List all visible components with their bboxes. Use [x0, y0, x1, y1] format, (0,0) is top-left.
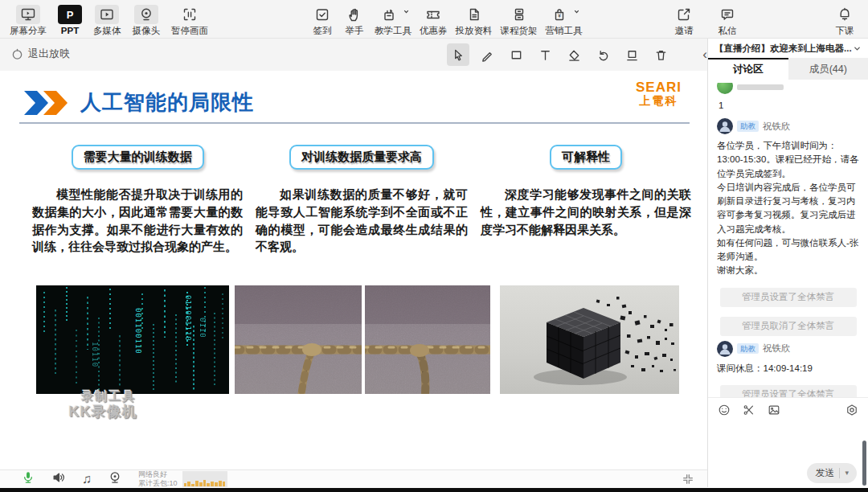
- chat-input-toolbar: [708, 397, 868, 421]
- panel-tabs: 讨论区 成员(44): [708, 58, 868, 80]
- chat-message-partial: [717, 83, 859, 96]
- undo-tool[interactable]: [592, 43, 614, 66]
- clear-board-tool[interactable]: [620, 43, 643, 66]
- exit-fullscreen-button[interactable]: [682, 473, 694, 489]
- network-history-chart: [182, 471, 227, 487]
- eraser-icon: [567, 48, 581, 62]
- screenshot-scissors-button[interactable]: [743, 404, 755, 416]
- toolbar-checkin[interactable]: 签到: [310, 0, 334, 39]
- svg-text:¥: ¥: [558, 13, 561, 18]
- background-music-button[interactable]: ♫: [82, 473, 92, 486]
- pointer-tool[interactable]: [447, 43, 469, 66]
- live-teaching-app: 屏幕分享 P PPT 多媒体 摄像头: [0, 0, 868, 492]
- slide-column-1: 需要大量的训练数据 模型性能能否提升取决于训练用的数据集的大小，因此通常需要大量…: [32, 145, 243, 256]
- toolbar-label: 签到: [313, 27, 332, 36]
- speaker-button[interactable]: [51, 470, 66, 488]
- microphone-button[interactable]: [21, 470, 35, 488]
- materials-icon: [462, 5, 486, 24]
- toolbar-label: 课程货架: [501, 27, 538, 36]
- camera-icon: [134, 5, 158, 24]
- column-body: 深度学习能够发现事件之间的关联性，建立事件之间的映射关系，但是深度学习不能解释因…: [481, 186, 691, 238]
- recorder-watermark: 录制工具 KK录像机: [40, 389, 177, 421]
- chat-message-list[interactable]: 1 助教 祝铁欣 各位学员，下午培训时间为：13:00-15:30。课程已经开始…: [708, 80, 868, 397]
- text-tool[interactable]: [534, 43, 556, 66]
- image-button[interactable]: [768, 404, 780, 416]
- rectangle-tool[interactable]: [505, 43, 527, 66]
- svg-text:10110: 10110: [91, 342, 99, 367]
- exit-fullscreen-icon: [682, 473, 694, 486]
- ppt-icon: P: [58, 5, 82, 24]
- toolbar-label: 私信: [719, 27, 737, 36]
- toolbar-pause-screen[interactable]: 暂停画面: [171, 0, 208, 39]
- toolbar-source-group: 屏幕分享 P PPT 多媒体 摄像头: [10, 0, 208, 39]
- toolbar-invite[interactable]: 邀请: [672, 0, 696, 39]
- invite-icon: [672, 5, 696, 24]
- svg-text:011001110: 011001110: [184, 295, 192, 342]
- pencil-tool[interactable]: [476, 43, 498, 66]
- toolbar-raise-hand[interactable]: 举手: [342, 0, 366, 39]
- trash-icon: [654, 48, 668, 62]
- toolbar-label: 屏幕分享: [10, 27, 47, 36]
- rectangle-icon: [510, 48, 523, 62]
- panel-scrollbar-thumb[interactable]: [862, 441, 866, 486]
- chat-input-area[interactable]: [708, 421, 868, 458]
- window-bottom-edge: [0, 488, 868, 492]
- send-label: 发送: [815, 466, 834, 480]
- chat-message-text: 1: [719, 99, 859, 112]
- chat-settings-button[interactable]: [845, 404, 858, 416]
- chat-message-header: 助教 祝铁欣: [717, 118, 859, 134]
- toolbar-label: 摄像头: [133, 27, 161, 36]
- toolbar-materials[interactable]: 投放资料: [456, 0, 493, 39]
- tab-members[interactable]: 成员(44): [788, 58, 868, 80]
- toolbar-screen-share[interactable]: 屏幕分享: [10, 0, 47, 39]
- chat-username: 祝铁欣: [763, 342, 791, 355]
- private-message-icon: [715, 5, 739, 24]
- live-room-title-bar[interactable]: 【直播介绍】欢迎来到上海电器...: [708, 39, 868, 58]
- toolbar-end-class[interactable]: 下课: [833, 0, 857, 39]
- toolbar-camera[interactable]: 摄像头: [133, 0, 161, 39]
- avatar: [717, 83, 733, 94]
- chat-message-text: 课间休息：14:09-14:19: [717, 362, 859, 375]
- tab-discussion[interactable]: 讨论区: [708, 58, 788, 80]
- toolbar-label: 营销工具: [546, 27, 583, 36]
- chat-message-text: 各位学员，下午培训时间为：13:00-15:30。课程已经开始，请各位学员完成签…: [717, 139, 859, 278]
- exit-presentation-button[interactable]: 退出放映: [11, 47, 70, 61]
- column-body: 如果训练数据的质量不够好，就可能导致人工智能系统学到不全面或不正确的模型，可能会…: [256, 186, 468, 256]
- toolbar-marketing-tools[interactable]: ¥ 营销工具: [546, 0, 583, 39]
- toolbar-label: 投放资料: [456, 27, 493, 36]
- exit-presentation-label: 退出放映: [28, 47, 70, 61]
- toolbar-ppt[interactable]: P PPT: [58, 0, 82, 39]
- undo-icon: [596, 48, 610, 62]
- screen-share-icon: [16, 5, 40, 24]
- toolbar-multimedia[interactable]: 多媒体: [93, 0, 121, 39]
- multimedia-icon: [95, 5, 119, 24]
- assistant-badge: 助教: [737, 343, 759, 354]
- toolbar-label: 下课: [836, 27, 854, 36]
- slide-column-3: 可解释性 深度学习能够发现事件之间的关联性，建立事件之间的映射关系，但是深度学习…: [481, 145, 691, 238]
- marketing-tools-icon: ¥: [547, 5, 571, 24]
- slide-canvas: 人工智能的局限性 SEARI 上電科 需要大量的训练数据 模型性能能否提升取决于…: [0, 71, 707, 469]
- eraser-tool[interactable]: [563, 43, 585, 66]
- toolbar-label: PPT: [61, 27, 79, 36]
- toolbar-course-shelf[interactable]: 课程货架: [501, 0, 538, 39]
- chevron-down-icon: [403, 8, 410, 15]
- chat-username: 祝铁欣: [763, 121, 791, 133]
- send-button[interactable]: 发送 ▾: [807, 463, 857, 483]
- delete-tool[interactable]: [649, 43, 672, 66]
- webcam-status-button[interactable]: [108, 470, 122, 488]
- toolbar-label: 举手: [346, 27, 364, 36]
- toolbar-coupon[interactable]: 优惠券: [420, 0, 448, 39]
- emoji-button[interactable]: [718, 404, 731, 416]
- toolbar-label: 暂停画面: [171, 27, 208, 36]
- coupon-icon: [421, 5, 445, 24]
- pencil-icon: [481, 48, 494, 62]
- toolbar-label: 优惠券: [420, 27, 448, 36]
- toolbar-private-message[interactable]: 私信: [715, 0, 739, 39]
- send-options-caret[interactable]: ▾: [845, 469, 849, 477]
- annotation-tools: ‹ ›: [447, 43, 738, 66]
- column-body: 模型性能能否提升取决于训练用的数据集的大小，因此通常需要大量的数据作为支撑。如果…: [32, 186, 243, 256]
- system-notice: 管理员设置了全体禁言: [720, 385, 857, 397]
- raise-hand-icon: [342, 5, 366, 24]
- toolbar-teaching-tools[interactable]: 教学工具: [375, 0, 411, 39]
- network-quality-label: 网络良好: [138, 470, 167, 478]
